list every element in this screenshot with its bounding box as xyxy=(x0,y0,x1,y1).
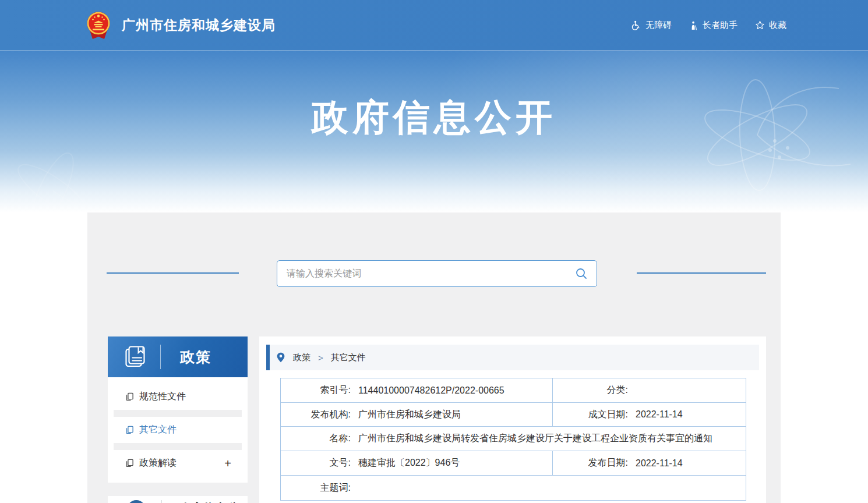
field-label: 文号: xyxy=(281,457,351,469)
divider xyxy=(114,410,242,417)
search-box xyxy=(277,260,597,287)
field-label: 索引号: xyxy=(281,384,351,396)
book-icon xyxy=(122,344,148,370)
table-cell: 名称: 广州市住房和城乡建设局转发省住房城乡建设厅关于建设工程企业资质有关事宜的… xyxy=(281,427,746,451)
location-pin-icon xyxy=(277,352,285,363)
field-label: 发布机构: xyxy=(281,409,351,421)
accessibility-link[interactable]: 无障碍 xyxy=(631,20,672,31)
sidebar-item-normative-documents[interactable]: 规范性文件 xyxy=(114,384,242,410)
breadcrumb-item-policy[interactable]: 政策 xyxy=(293,352,310,363)
table-cell: 主题词: xyxy=(281,476,746,500)
sidebar: 政策 规范性文件 其它文件 xyxy=(108,336,248,503)
table-cell: 分类: xyxy=(552,378,746,402)
field-value: 11440100007482612P/2022-00665 xyxy=(351,385,504,396)
breadcrumb-separator: > xyxy=(318,353,323,363)
national-emblem-logo xyxy=(86,11,111,40)
favorite-label: 收藏 xyxy=(769,20,786,31)
content-panel: 政策 > 其它文件 索引号: 11440100007482612P/2022-0… xyxy=(259,336,766,503)
field-value: 2022-11-14 xyxy=(628,458,683,469)
breadcrumb-accent-bar xyxy=(266,345,270,370)
sidebar-item-label: 规范性文件 xyxy=(139,391,186,403)
search-icon xyxy=(574,267,588,281)
divider xyxy=(114,443,242,450)
field-value: 穗建审批〔2022〕946号 xyxy=(351,457,460,469)
decorative-line-left xyxy=(107,272,239,274)
table-cell: 文号: 穗建审批〔2022〕946号 xyxy=(281,451,552,475)
sidebar-menu: 规范性文件 其它文件 政策解读 + xyxy=(108,377,248,483)
site-title: 广州市住房和城乡建设局 xyxy=(122,16,276,34)
field-value: 2022-11-14 xyxy=(628,409,683,420)
flower-decoration xyxy=(0,132,140,212)
field-label: 主题词: xyxy=(281,482,351,494)
field-label: 名称: xyxy=(281,433,351,445)
table-row-document-number: 文号: 穗建审批〔2022〕946号 发布日期: 2022-11-14 xyxy=(281,451,746,475)
favorite-link[interactable]: 收藏 xyxy=(755,20,786,31)
elder-assistant-link[interactable]: 长者助手 xyxy=(689,20,738,31)
sidebar-section-gov-info[interactable]: 政府信息公开 xyxy=(108,496,248,503)
field-value: 广州市住房和城乡建设局转发省住房城乡建设厅关于建设工程企业资质有关事宜的通知 xyxy=(351,433,712,445)
document-icon xyxy=(125,426,134,434)
table-cell: 索引号: 11440100007482612P/2022-00665 xyxy=(281,378,552,402)
banner: 政府信息公开 xyxy=(0,51,868,212)
top-utility-links: 无障碍 长者助手 收藏 xyxy=(631,0,786,51)
divider xyxy=(161,500,162,503)
info-circle-icon xyxy=(127,500,146,503)
star-icon xyxy=(755,20,765,30)
table-row-issuing-agency: 发布机构: 广州市住房和城乡建设局 成文日期: 2022-11-14 xyxy=(281,402,746,426)
field-label: 发布日期: xyxy=(553,457,628,469)
document-icon xyxy=(125,459,134,467)
breadcrumb-item-current: 其它文件 xyxy=(331,352,366,363)
sidebar-section-title: 政府信息公开 xyxy=(178,500,244,503)
top-header-bar: 广州市住房和城乡建设局 无障碍 长者助手 收藏 xyxy=(0,0,868,51)
sidebar-item-label: 政策解读 xyxy=(139,457,177,469)
accessibility-label: 无障碍 xyxy=(645,20,672,31)
table-row-document-name: 名称: 广州市住房和城乡建设局转发省住房城乡建设厅关于建设工程企业资质有关事宜的… xyxy=(281,426,746,451)
table-row-keywords: 主题词: xyxy=(281,475,746,500)
table-cell: 发布日期: 2022-11-14 xyxy=(552,451,746,475)
elder-assistant-label: 长者助手 xyxy=(703,20,738,31)
sidebar-section-title: 政策 xyxy=(180,348,211,367)
table-cell: 成文日期: 2022-11-14 xyxy=(552,403,746,426)
expand-plus-icon[interactable]: + xyxy=(224,458,231,469)
document-detail-table: 索引号: 11440100007482612P/2022-00665 分类: 发… xyxy=(280,378,746,501)
elder-assistant-icon xyxy=(689,21,698,30)
page-title: 政府信息公开 xyxy=(0,93,868,143)
field-value: 广州市住房和城乡建设局 xyxy=(351,409,461,421)
decorative-line-right xyxy=(637,272,766,274)
table-row-index-number: 索引号: 11440100007482612P/2022-00665 分类: xyxy=(281,378,746,402)
content-container: 政策 规范性文件 其它文件 xyxy=(87,212,781,503)
divider xyxy=(160,345,161,369)
document-icon xyxy=(125,392,134,401)
sidebar-item-policy-interpretation[interactable]: 政策解读 + xyxy=(114,450,242,476)
site-brand[interactable]: 广州市住房和城乡建设局 xyxy=(86,0,276,51)
table-cell: 发布机构: 广州市住房和城乡建设局 xyxy=(281,403,552,426)
field-label: 成文日期: xyxy=(553,409,628,421)
search-input[interactable] xyxy=(277,261,566,286)
breadcrumb: 政策 > 其它文件 xyxy=(266,345,759,370)
search-button[interactable] xyxy=(566,261,597,286)
field-label: 分类: xyxy=(553,384,628,396)
sidebar-section-policy[interactable]: 政策 xyxy=(108,336,248,377)
sidebar-item-label: 其它文件 xyxy=(139,424,177,436)
wheelchair-icon xyxy=(631,20,641,30)
sidebar-item-other-documents[interactable]: 其它文件 xyxy=(114,417,242,443)
